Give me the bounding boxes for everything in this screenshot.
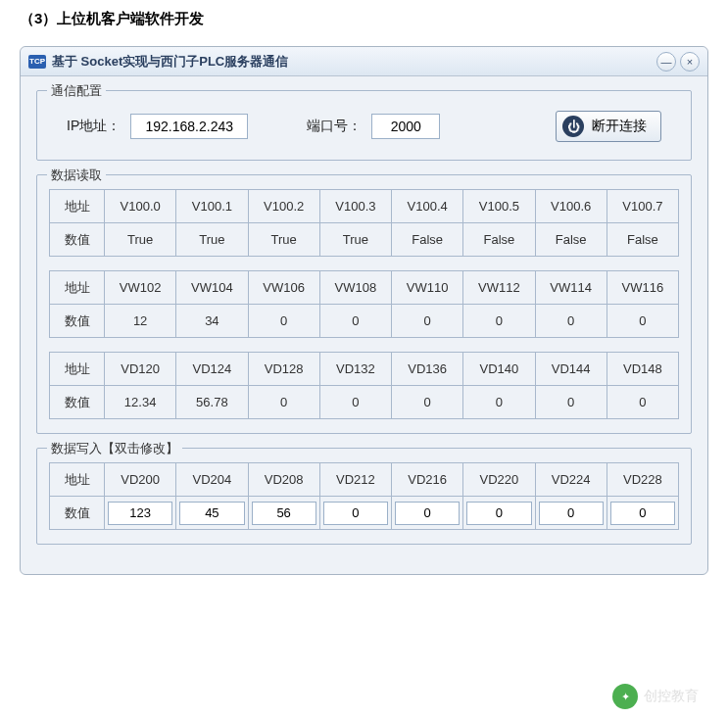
port-label: 端口号： xyxy=(307,118,362,135)
val-cell: 0 xyxy=(463,305,535,338)
addr-cell: VD136 xyxy=(392,353,463,386)
val-cell: 0 xyxy=(392,305,463,338)
addr-cell: VD216 xyxy=(392,463,463,497)
addr-cell: V100.2 xyxy=(248,190,319,223)
addr-cell: VW110 xyxy=(392,271,463,305)
titlebar: TCP 基于 Socket实现与西门子PLC服务器通信 — × xyxy=(21,47,707,76)
val-cell: 0 xyxy=(319,305,391,338)
val-header: 数值 xyxy=(50,223,105,257)
minimize-button[interactable]: — xyxy=(656,52,676,72)
addr-cell: VD120 xyxy=(105,353,176,386)
read-table-1: 地址 V100.0V100.1V100.2V100.3V100.4V100.5V… xyxy=(49,189,679,257)
val-cell: 0 xyxy=(535,386,607,419)
val-cell: False xyxy=(535,223,607,257)
addr-cell: V100.1 xyxy=(176,190,248,223)
val-cell: 0 xyxy=(607,305,678,338)
val-header: 数值 xyxy=(50,497,105,530)
port-input[interactable] xyxy=(371,114,440,139)
addr-header: 地址 xyxy=(50,271,105,305)
addr-cell: V100.0 xyxy=(105,190,176,223)
write-input[interactable] xyxy=(539,502,604,525)
write-legend: 数据写入【双击修改】 xyxy=(47,440,182,457)
addr-cell: VW116 xyxy=(607,271,678,305)
write-input[interactable] xyxy=(395,502,460,525)
disconnect-label: 断开连接 xyxy=(592,118,647,135)
addr-cell: VD140 xyxy=(463,353,535,386)
addr-cell: V100.3 xyxy=(319,190,391,223)
write-input[interactable] xyxy=(323,502,388,525)
addr-cell: VW108 xyxy=(319,271,391,305)
write-input[interactable] xyxy=(610,502,675,525)
wechat-icon: ✦ xyxy=(612,684,638,709)
val-cell: True xyxy=(105,223,176,257)
addr-cell: V100.4 xyxy=(392,190,463,223)
val-cell: 56.78 xyxy=(176,386,248,419)
val-header: 数值 xyxy=(50,305,105,338)
config-legend: 通信配置 xyxy=(47,82,106,100)
val-cell: 0 xyxy=(248,305,319,338)
addr-cell: V100.7 xyxy=(607,190,678,223)
watermark: ✦ 创控教育 xyxy=(612,684,699,709)
val-cell: 0 xyxy=(248,386,319,419)
addr-cell: VW112 xyxy=(463,271,535,305)
addr-cell: VW114 xyxy=(535,271,607,305)
addr-cell: VD128 xyxy=(248,353,319,386)
write-input[interactable] xyxy=(108,502,172,525)
addr-header: 地址 xyxy=(50,353,105,386)
window-title: 基于 Socket实现与西门子PLC服务器通信 xyxy=(52,53,653,71)
ip-label: IP地址： xyxy=(67,118,121,135)
read-legend: 数据读取 xyxy=(47,167,106,184)
write-input[interactable] xyxy=(466,502,531,525)
val-cell: 12 xyxy=(105,305,176,338)
app-icon: TCP xyxy=(28,55,46,69)
addr-cell: VD224 xyxy=(535,463,607,497)
val-cell: 34 xyxy=(176,305,248,338)
addr-cell: VD132 xyxy=(319,353,391,386)
addr-cell: VD204 xyxy=(176,463,248,497)
val-cell: False xyxy=(463,223,535,257)
addr-cell: VD124 xyxy=(176,353,248,386)
addr-cell: VD212 xyxy=(319,463,391,497)
addr-cell: VW104 xyxy=(176,271,248,305)
window-content: 通信配置 IP地址： 端口号： ⏻ 断开连接 数据读取 地址 V100.0V10… xyxy=(21,76,707,574)
write-group: 数据写入【双击修改】 地址 VD200VD204VD208VD212VD216V… xyxy=(36,448,692,545)
app-window: TCP 基于 Socket实现与西门子PLC服务器通信 — × 通信配置 IP地… xyxy=(20,46,708,575)
val-cell: 0 xyxy=(535,305,607,338)
val-cell: True xyxy=(319,223,391,257)
val-cell: True xyxy=(176,223,248,257)
addr-cell: V100.6 xyxy=(535,190,607,223)
val-cell: False xyxy=(607,223,678,257)
addr-cell: VD200 xyxy=(105,463,176,497)
close-button[interactable]: × xyxy=(680,52,700,72)
val-header: 数值 xyxy=(50,386,105,419)
addr-header: 地址 xyxy=(50,190,105,223)
write-input[interactable] xyxy=(179,502,244,525)
ip-input[interactable] xyxy=(130,114,248,139)
power-icon: ⏻ xyxy=(562,116,584,137)
read-table-2: 地址 VW102VW104VW106VW108VW110VW112VW114VW… xyxy=(49,270,679,338)
addr-cell: VD220 xyxy=(463,463,535,497)
val-cell: 0 xyxy=(607,386,678,419)
addr-cell: V100.5 xyxy=(463,190,535,223)
val-cell: 0 xyxy=(392,386,463,419)
addr-cell: VD144 xyxy=(535,353,607,386)
read-table-3: 地址 VD120VD124VD128VD132VD136VD140VD144VD… xyxy=(49,352,679,419)
write-table: 地址 VD200VD204VD208VD212VD216VD220VD224VD… xyxy=(49,462,679,530)
addr-cell: VD228 xyxy=(607,463,678,497)
val-cell: 0 xyxy=(463,386,535,419)
brand-text: 创控教育 xyxy=(644,688,699,705)
val-cell: False xyxy=(392,223,463,257)
disconnect-button[interactable]: ⏻ 断开连接 xyxy=(556,111,661,142)
val-cell: 12.34 xyxy=(105,386,176,419)
write-input[interactable] xyxy=(252,502,316,525)
addr-cell: VW106 xyxy=(248,271,319,305)
config-group: 通信配置 IP地址： 端口号： ⏻ 断开连接 xyxy=(36,90,692,161)
addr-cell: VW102 xyxy=(105,271,176,305)
val-cell: 0 xyxy=(319,386,391,419)
read-group: 数据读取 地址 V100.0V100.1V100.2V100.3V100.4V1… xyxy=(36,174,692,434)
val-cell: True xyxy=(248,223,319,257)
addr-header: 地址 xyxy=(50,463,105,497)
addr-cell: VD208 xyxy=(248,463,319,497)
section-heading: （3）上位机客户端软件开发 xyxy=(0,0,728,38)
addr-cell: VD148 xyxy=(607,353,678,386)
